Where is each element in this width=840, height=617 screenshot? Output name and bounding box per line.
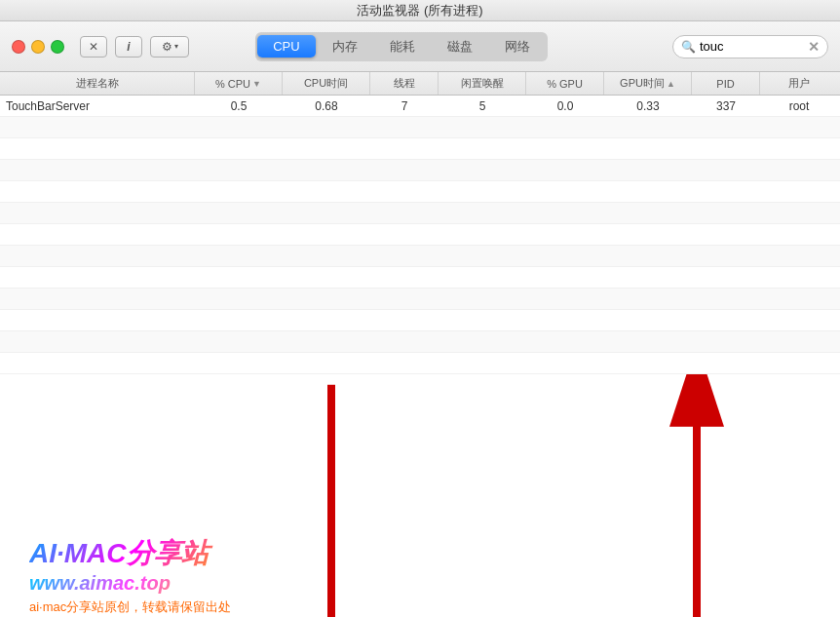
col-gpu-percent-label: % GPU xyxy=(547,78,583,90)
gear-icon: ⚙ xyxy=(162,40,172,54)
sort-arrow-gpu: ▲ xyxy=(667,79,675,89)
col-threads-label: 线程 xyxy=(394,76,415,91)
cell-idle-wakeups: 5 xyxy=(439,99,526,113)
tab-network[interactable]: 网络 xyxy=(489,34,546,59)
search-box[interactable]: 🔍 ✕ xyxy=(672,35,828,58)
watermark-prefix: ai·mac分享站原创， xyxy=(29,599,142,614)
table-row[interactable]: TouchBarServer 0.5 0.68 7 5 0.0 0.33 337… xyxy=(0,96,840,117)
main-content-area: AI·MAC分享站 www.aimac.top ai·mac分享站原创，转载请保… xyxy=(0,374,840,617)
empty-row xyxy=(0,181,840,203)
empty-row xyxy=(0,224,840,246)
toolbar: ✕ i ⚙ ▾ CPU 内存 能耗 磁盘 网络 🔍 ✕ xyxy=(0,21,840,72)
search-clear-button[interactable]: ✕ xyxy=(808,39,820,55)
empty-row xyxy=(0,117,840,138)
col-cpu-time-label: CPU时间 xyxy=(304,76,348,91)
col-gpu-time[interactable]: GPU时间 ▲ xyxy=(604,72,692,95)
stop-icon: ✕ xyxy=(89,40,98,54)
empty-row xyxy=(0,160,840,181)
col-cpu-percent[interactable]: % CPU ▼ xyxy=(195,72,283,95)
empty-row xyxy=(0,203,840,224)
maximize-button[interactable] xyxy=(51,40,64,54)
empty-row xyxy=(0,289,840,310)
col-gpu-time-label: GPU时间 xyxy=(620,76,665,91)
col-cpu-time[interactable]: CPU时间 xyxy=(283,72,370,95)
col-user-label: 用户 xyxy=(788,76,810,91)
empty-row xyxy=(0,267,840,289)
cell-process-name: TouchBarServer xyxy=(0,99,195,113)
cell-gpu-time: 0.33 xyxy=(604,99,692,113)
cell-cpu-time: 0.68 xyxy=(283,99,370,113)
watermark-line1: AI·MAC分享站 xyxy=(29,535,231,572)
col-pid[interactable]: PID xyxy=(692,72,760,95)
col-process-name[interactable]: 进程名称 xyxy=(0,72,195,95)
tab-memory[interactable]: 内存 xyxy=(317,34,373,59)
col-idle-wakeups-label: 闲置唤醒 xyxy=(461,76,504,91)
gear-button[interactable]: ⚙ ▾ xyxy=(150,36,189,58)
empty-row xyxy=(0,138,840,160)
watermark: AI·MAC分享站 www.aimac.top ai·mac分享站原创，转载请保… xyxy=(29,535,231,616)
tab-cpu[interactable]: CPU xyxy=(257,35,315,58)
col-gpu-percent[interactable]: % GPU xyxy=(526,72,604,95)
info-icon: i xyxy=(127,40,130,54)
tab-disk[interactable]: 磁盘 xyxy=(432,34,488,59)
close-button[interactable] xyxy=(12,40,25,54)
stop-button[interactable]: ✕ xyxy=(80,36,107,58)
tab-group: CPU 内存 能耗 磁盘 网络 xyxy=(255,32,547,61)
cell-threads: 7 xyxy=(370,99,439,113)
empty-rows xyxy=(0,117,840,374)
cell-pid: 337 xyxy=(692,99,760,113)
minimize-button[interactable] xyxy=(31,40,45,54)
search-input[interactable] xyxy=(700,39,804,54)
window-controls xyxy=(12,40,64,54)
col-idle-wakeups[interactable]: 闲置唤醒 xyxy=(439,72,526,95)
table-header: 进程名称 % CPU ▼ CPU时间 线程 闲置唤醒 % GPU GPU时间 ▲… xyxy=(0,72,840,96)
chevron-down-icon: ▾ xyxy=(174,42,178,51)
sort-arrow-cpu: ▼ xyxy=(252,79,261,89)
col-pid-label: PID xyxy=(716,78,734,90)
col-threads[interactable]: 线程 xyxy=(370,72,439,95)
cell-cpu-percent: 0.5 xyxy=(195,99,283,113)
tab-energy[interactable]: 能耗 xyxy=(374,34,431,59)
empty-row xyxy=(0,246,840,267)
empty-row xyxy=(0,353,840,374)
col-user[interactable]: 用户 xyxy=(760,72,838,95)
watermark-line3: ai·mac分享站原创，转载请保留出处 xyxy=(29,598,231,616)
watermark-line2: www.aimac.top xyxy=(29,572,231,595)
col-process-name-label: 进程名称 xyxy=(76,76,119,91)
cell-user: root xyxy=(760,99,838,113)
empty-row xyxy=(0,310,840,331)
window-title: 活动监视器 (所有进程) xyxy=(357,2,482,19)
watermark-suffix: 转载请保留出处 xyxy=(142,599,231,614)
info-button[interactable]: i xyxy=(115,36,142,58)
empty-row xyxy=(0,331,840,353)
cell-gpu-percent: 0.0 xyxy=(526,99,604,113)
process-table: 进程名称 % CPU ▼ CPU时间 线程 闲置唤醒 % GPU GPU时间 ▲… xyxy=(0,72,840,374)
col-cpu-percent-label: % CPU xyxy=(215,78,250,90)
title-bar: 活动监视器 (所有进程) xyxy=(0,0,840,21)
annotation-arrows xyxy=(0,374,840,617)
search-icon: 🔍 xyxy=(681,40,696,54)
